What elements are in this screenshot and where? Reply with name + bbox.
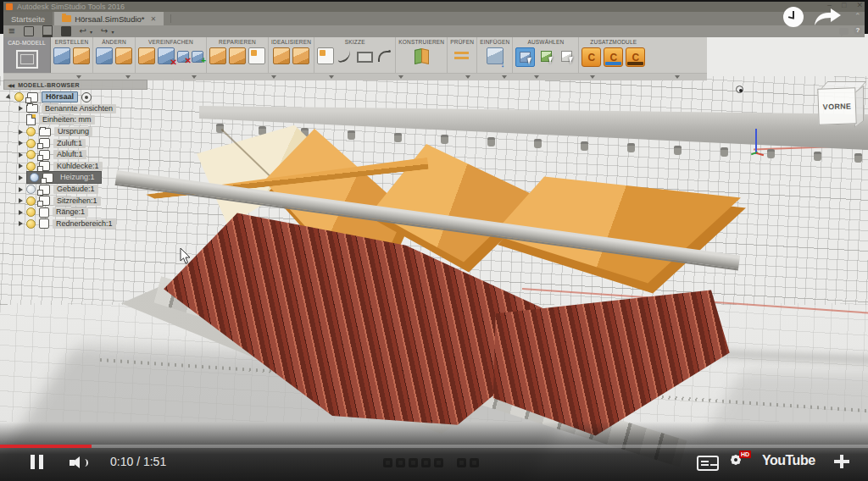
subtitles-icon[interactable] bbox=[697, 456, 719, 471]
exit-fullscreen-button[interactable] bbox=[834, 455, 849, 468]
undo-dropdown-icon[interactable]: ▾ bbox=[90, 29, 92, 35]
spline-icon[interactable] bbox=[337, 47, 353, 64]
expand-icon[interactable] bbox=[19, 210, 23, 215]
visibility-bulb-icon[interactable] bbox=[26, 207, 36, 217]
visibility-bulb-icon[interactable] bbox=[26, 127, 36, 136]
expand-icon[interactable] bbox=[6, 94, 13, 101]
youtube-logo[interactable]: YouTube bbox=[762, 453, 815, 468]
section-dropdown-icon[interactable] bbox=[502, 75, 507, 79]
rectangle-icon[interactable] bbox=[356, 47, 373, 64]
expand-icon[interactable] bbox=[19, 130, 23, 135]
edit-solid-icon[interactable] bbox=[96, 47, 113, 64]
progress-bar[interactable] bbox=[0, 445, 868, 448]
section-dropdown-icon[interactable] bbox=[675, 75, 680, 79]
section-dropdown-icon[interactable] bbox=[271, 75, 276, 79]
expand-icon[interactable] bbox=[19, 187, 23, 192]
visibility-bulb-icon[interactable] bbox=[30, 173, 39, 182]
expand-icon[interactable] bbox=[19, 198, 23, 203]
delete-body-icon[interactable]: ✕ bbox=[177, 51, 189, 63]
new-file-icon[interactable] bbox=[24, 26, 34, 36]
visibility-bulb-icon[interactable] bbox=[14, 92, 24, 102]
visibility-bulb-icon[interactable] bbox=[26, 150, 36, 159]
shell-layers-icon[interactable] bbox=[292, 47, 309, 64]
section-dropdown-icon[interactable] bbox=[534, 75, 539, 79]
section-dropdown-icon[interactable] bbox=[192, 75, 197, 79]
expand-icon[interactable] bbox=[19, 106, 23, 111]
expand-icon[interactable] bbox=[19, 175, 23, 180]
expand-icon[interactable] bbox=[19, 141, 23, 146]
visibility-bulb-icon[interactable] bbox=[26, 162, 36, 171]
create-sketch-icon[interactable] bbox=[317, 47, 334, 64]
tree-item-benannte-ansichten[interactable]: Benannte Ansichten bbox=[7, 103, 168, 115]
cfd-module-icon[interactable]: C bbox=[581, 47, 601, 67]
section-dropdown-icon[interactable] bbox=[398, 75, 403, 79]
select-edge-icon[interactable] bbox=[558, 47, 576, 65]
visibility-bulb-icon[interactable] bbox=[26, 219, 36, 229]
redo-icon[interactable]: ↪ bbox=[101, 27, 108, 36]
insert-import-icon[interactable]: ↓ bbox=[487, 47, 504, 64]
browser-settings-icon[interactable] bbox=[736, 86, 743, 93]
cfd-inc-module-icon[interactable]: C bbox=[626, 47, 645, 67]
chevron-up-icon[interactable]: ⌃ bbox=[854, 12, 861, 20]
tree-item-einheiten[interactable]: Einheiten: mm bbox=[7, 114, 168, 126]
expand-icon[interactable] bbox=[19, 152, 23, 158]
model-browser-header[interactable]: ◀◀ MODELL-BROWSER bbox=[3, 80, 147, 90]
activate-component-icon[interactable] bbox=[81, 92, 92, 102]
heal-body-icon[interactable] bbox=[229, 47, 246, 64]
viewcube[interactable]: VORNE bbox=[810, 76, 863, 132]
remove-face-icon[interactable]: ✕ bbox=[158, 47, 175, 64]
expand-icon[interactable] bbox=[19, 221, 23, 226]
measure-icon[interactable] bbox=[453, 47, 470, 64]
press-pull-icon[interactable] bbox=[115, 47, 132, 64]
redo-dropdown-icon[interactable]: ▾ bbox=[111, 29, 114, 35]
visibility-bulb-icon-off[interactable] bbox=[26, 185, 36, 194]
cad-model-cube-icon bbox=[16, 50, 38, 69]
undo-icon[interactable]: ↩ bbox=[80, 27, 86, 36]
cfd-blue-module-icon[interactable]: C bbox=[604, 47, 623, 67]
tree-item-sitzreihen[interactable]: Sitzreihen:1 bbox=[7, 195, 168, 207]
visibility-bulb-icon[interactable] bbox=[26, 139, 36, 148]
help-icon[interactable]: ? bbox=[854, 26, 862, 35]
menu-icon[interactable]: ≡ bbox=[8, 27, 15, 36]
tree-item-abluft[interactable]: Abluft:1 bbox=[7, 149, 168, 161]
create-shape-icon[interactable] bbox=[73, 47, 90, 64]
tree-item-raenge[interactable]: Ränge:1 bbox=[7, 207, 168, 218]
collapse-panel-icon[interactable]: ◀◀ bbox=[8, 82, 14, 88]
save-icon[interactable] bbox=[61, 26, 71, 36]
tree-item-zuluft[interactable]: Zuluft:1 bbox=[7, 137, 168, 149]
select-face-icon[interactable] bbox=[537, 47, 555, 65]
close-tab-icon[interactable]: ✕ bbox=[151, 15, 157, 23]
chat-bubble-icon[interactable] bbox=[839, 28, 849, 35]
fillet-arc-icon[interactable] bbox=[376, 47, 392, 64]
volume-button[interactable] bbox=[70, 456, 92, 469]
remove-feature-icon[interactable] bbox=[138, 47, 155, 64]
open-file-icon[interactable] bbox=[42, 25, 53, 38]
midsurface-icon[interactable] bbox=[273, 47, 290, 64]
viewcube-front-face[interactable]: VORNE bbox=[817, 87, 856, 125]
tab-startseite[interactable]: Startseite bbox=[3, 12, 53, 25]
tree-item-rednerbereich[interactable]: Rednerbereich:1 bbox=[7, 218, 168, 230]
section-dropdown-icon[interactable] bbox=[329, 75, 334, 79]
select-body-icon-active[interactable] bbox=[515, 47, 535, 67]
tree-item-kuehldecke[interactable]: Kühldecke:1 bbox=[7, 161, 168, 173]
section-dropdown-icon[interactable] bbox=[76, 75, 81, 79]
tree-item-heizung-selected[interactable]: Heizung:1 bbox=[7, 172, 168, 184]
tree-item-gebaeude[interactable]: Gebäude:1 bbox=[7, 184, 168, 196]
share-icon[interactable] bbox=[814, 7, 843, 27]
add-body-icon[interactable]: + bbox=[192, 51, 203, 63]
tree-item-ursprung[interactable]: Ursprung bbox=[7, 126, 168, 138]
section-dropdown-icon[interactable] bbox=[465, 75, 470, 79]
construction-plane-icon[interactable] bbox=[413, 47, 430, 64]
watch-later-icon[interactable] bbox=[783, 7, 804, 27]
section-dropdown-icon[interactable] bbox=[125, 75, 131, 79]
visibility-bulb-icon[interactable] bbox=[26, 196, 36, 206]
inspect-repair-icon[interactable] bbox=[209, 47, 226, 64]
tab-document-active[interactable]: Hörsaal.SimStudio* ✕ bbox=[54, 12, 164, 25]
pause-button[interactable] bbox=[31, 455, 43, 469]
selected-row-highlight[interactable]: Heizung:1 bbox=[26, 171, 102, 184]
repair-list-icon[interactable] bbox=[248, 47, 265, 64]
create-box-icon[interactable] bbox=[53, 47, 70, 64]
tree-root-hoersaal[interactable]: Hörsaal bbox=[7, 91, 168, 103]
expand-icon[interactable] bbox=[19, 163, 23, 169]
section-dropdown-icon[interactable] bbox=[590, 75, 595, 79]
